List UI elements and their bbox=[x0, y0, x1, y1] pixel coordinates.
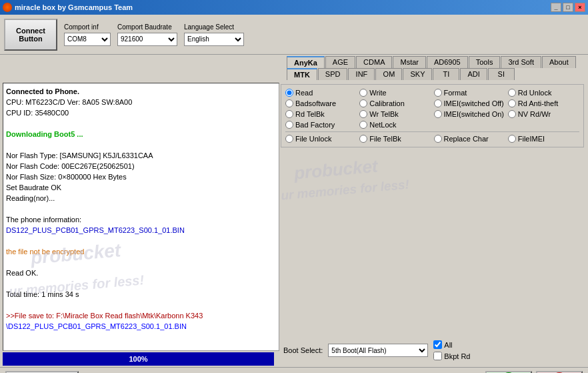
radio-nv-rdwr[interactable]: NV Rd/Wr bbox=[508, 110, 579, 118]
log-line-1: Connected to Phone. bbox=[6, 86, 276, 97]
title-bar-left: miracle box by Gsmcampus Team bbox=[3, 3, 133, 12]
radio-calibration[interactable]: Calibration bbox=[359, 99, 431, 107]
tab-sky[interactable]: SKY bbox=[403, 68, 432, 80]
log-line-4 bbox=[6, 118, 276, 129]
comport-baudrate-select[interactable]: 921600 bbox=[117, 33, 177, 46]
minimize-button[interactable]: _ bbox=[551, 3, 561, 12]
log-line-23: \DS122_PLUS_PCB01_GPRS_MT6223_S00.1_01.B… bbox=[6, 321, 276, 332]
boot-select-label: Boot Select: bbox=[283, 346, 323, 354]
tab-mtk[interactable]: MTK bbox=[287, 68, 317, 80]
language-select-group: Language Select English bbox=[184, 23, 244, 46]
check-bkptrd[interactable]: Bkpt Rd bbox=[433, 352, 470, 360]
radio-rd-antitheft[interactable]: Rd Anti-theft bbox=[508, 99, 579, 107]
language-select[interactable]: English bbox=[184, 33, 244, 46]
main-content: probucket ur memories for less! Connecte… bbox=[0, 80, 588, 367]
boot-select-row: Boot Select: 5th Boot(All Flash) All Bkp… bbox=[281, 338, 584, 363]
radio-write[interactable]: Write bbox=[359, 89, 431, 97]
tabs-row1: AnyKa AGE CDMA Mstar AD6905 Tools 3rd So… bbox=[0, 55, 588, 68]
tab-3rdsoft[interactable]: 3rd Soft bbox=[501, 56, 541, 68]
radio-imei-off[interactable]: IMEI(switched Off) bbox=[434, 99, 505, 107]
log-line-16: the file not be encrypted bbox=[6, 246, 276, 257]
radio-format[interactable]: Format bbox=[434, 89, 505, 97]
log-line-22: >>File save to: F:\Miracle Box Read flas… bbox=[6, 310, 276, 321]
connect-button[interactable]: Connect Button bbox=[4, 19, 57, 51]
radio-replace-char[interactable]: Replace Char bbox=[434, 135, 505, 143]
maximize-button[interactable]: □ bbox=[563, 3, 573, 12]
log-line-17 bbox=[6, 257, 276, 268]
tab-spd[interactable]: SPD bbox=[318, 68, 348, 80]
radio-netlock[interactable]: NetLock bbox=[359, 121, 431, 129]
comport-inf-group: Comport inf COM8 bbox=[64, 23, 111, 46]
log-panel: probucket ur memories for less! Connecte… bbox=[3, 83, 279, 351]
radio-bad-factory[interactable]: Bad Factory bbox=[285, 121, 357, 129]
tab-inf[interactable]: INF bbox=[348, 68, 375, 80]
tab-anyka[interactable]: AnyKa bbox=[287, 56, 325, 68]
radio-fileimei[interactable]: FileIMEI bbox=[508, 135, 579, 143]
comport-baudrate-group: Comport Baudrate 921600 bbox=[117, 23, 177, 46]
radio-badsoftware[interactable]: Badsoftware bbox=[285, 99, 357, 107]
log-line-8: Nor Flash Code: 00EC267E(25062501) bbox=[6, 161, 276, 171]
progress-bar: 100% bbox=[3, 352, 274, 366]
progress-text: 100% bbox=[129, 355, 147, 363]
language-select-label: Language Select bbox=[184, 23, 244, 31]
log-line-20: Total time: 1 mins 34 s bbox=[6, 289, 276, 300]
tab-adi[interactable]: ADI bbox=[460, 68, 487, 80]
action-buttons: Auto Scan Button Phone Pinouts bbox=[5, 371, 79, 374]
log-line-21 bbox=[6, 300, 276, 310]
options-panel: Read Write Format Rd Unlock bbox=[277, 80, 588, 367]
radio-options: Read Write Format Rd Unlock bbox=[281, 84, 584, 147]
log-line-14: DS122_PLUS_PCB01_GPRS_MT6223_S00.1_01.BI… bbox=[6, 225, 276, 236]
log-line-13: The phone information: bbox=[6, 214, 276, 225]
tab-age[interactable]: AGE bbox=[325, 56, 355, 68]
log-line-15 bbox=[6, 236, 276, 246]
comport-inf-label: Comport inf bbox=[64, 23, 111, 31]
tab-about[interactable]: About bbox=[542, 56, 576, 68]
title-bar: miracle box by Gsmcampus Team _ □ × bbox=[0, 0, 588, 15]
radio-file-telbk[interactable]: File TelBk bbox=[359, 135, 431, 143]
log-line-12 bbox=[6, 204, 276, 214]
tab-mstar[interactable]: Mstar bbox=[393, 56, 426, 68]
right-watermark-area: probucket ur memories for less! bbox=[281, 153, 584, 332]
log-line-11: Reading(nor)... bbox=[6, 193, 276, 204]
tab-om[interactable]: OM bbox=[375, 68, 402, 80]
boot-select[interactable]: 5th Boot(All Flash) bbox=[328, 344, 428, 357]
radio-file-unlock[interactable]: File Unlock bbox=[285, 135, 357, 143]
radio-read[interactable]: Read bbox=[285, 89, 357, 97]
auto-scan-button[interactable]: Auto Scan Button bbox=[5, 371, 79, 374]
toolbar: Connect Button Comport inf COM8 Comport … bbox=[0, 15, 588, 55]
radio-wr-telbk[interactable]: Wr TelBk bbox=[359, 110, 431, 118]
log-line-3: CPU ID: 35480C00 bbox=[6, 107, 276, 118]
comport-baudrate-label: Comport Baudrate bbox=[117, 23, 177, 31]
radio-rd-telbk[interactable]: Rd TelBk bbox=[285, 110, 357, 118]
bottom-bar: Auto Scan Button Phone Pinouts Scan Def … bbox=[0, 367, 588, 373]
log-line-7: Nor Flash Type: [SAMSUNG] K5J/L6331CAA bbox=[6, 150, 276, 161]
app-title: miracle box by Gsmcampus Team bbox=[15, 3, 133, 11]
tab-si[interactable]: SI bbox=[488, 68, 515, 80]
comport-inf-select[interactable]: COM8 bbox=[64, 33, 111, 46]
radio-imei-on[interactable]: IMEI(switched On) bbox=[434, 110, 505, 118]
close-button[interactable]: × bbox=[575, 3, 585, 12]
log-line-6 bbox=[6, 139, 276, 150]
check-all[interactable]: All bbox=[433, 340, 470, 349]
log-line-9: Nor Flash Size: 0×800000 Hex Bytes bbox=[6, 171, 276, 182]
app-icon bbox=[3, 3, 12, 12]
log-line-10: Set Baudrate OK bbox=[6, 182, 276, 193]
tab-ad6905[interactable]: AD6905 bbox=[427, 56, 468, 68]
log-line-5: Downloading Boot5 ... bbox=[6, 129, 276, 139]
tab-cdma[interactable]: CDMA bbox=[356, 56, 392, 68]
watermark-right-1: probucket bbox=[293, 156, 379, 184]
divider bbox=[285, 131, 579, 132]
tab-tools[interactable]: Tools bbox=[469, 56, 501, 68]
tab-ti[interactable]: TI bbox=[433, 68, 459, 80]
log-line-18: Read OK. bbox=[6, 268, 276, 278]
radio-rd-unlock[interactable]: Rd Unlock bbox=[508, 89, 579, 97]
log-line-2: CPU: MT6223C/D Ver: 8A05 SW:8A00 bbox=[6, 97, 276, 107]
window-controls[interactable]: _ □ × bbox=[551, 3, 585, 12]
log-line-19 bbox=[6, 278, 276, 289]
tabs-row2: MTK SPD INF OM SKY TI ADI SI bbox=[0, 68, 588, 80]
